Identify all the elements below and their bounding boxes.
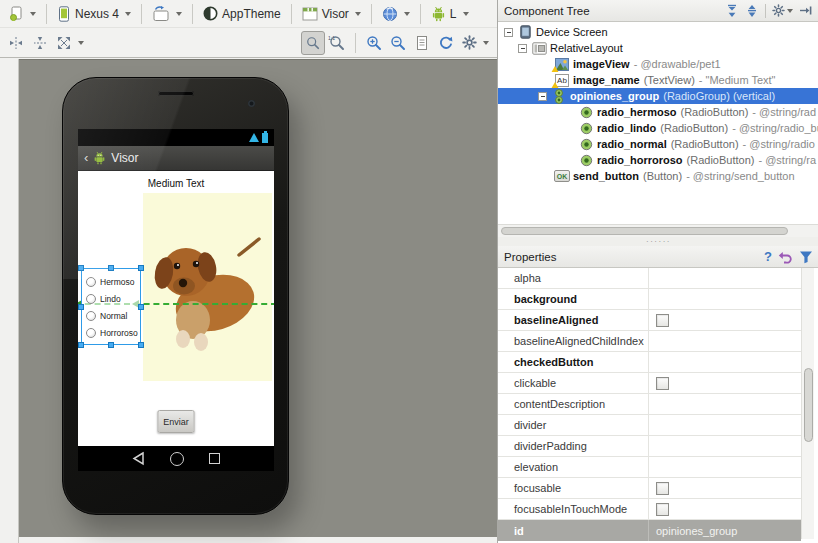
radiobutton-lindo[interactable]: Lindo <box>86 290 140 307</box>
refresh-button[interactable] <box>434 31 458 55</box>
selection-handle[interactable] <box>78 304 84 310</box>
activity-selector[interactable]: Visor <box>298 2 365 26</box>
property-name: checkedButton <box>498 352 649 372</box>
device-selector[interactable]: Nexus 4 <box>53 2 135 26</box>
properties-vertical-scrollbar[interactable] <box>801 268 814 539</box>
configuration-icon <box>8 6 24 22</box>
tree-item-device-screen[interactable]: Device Screen <box>498 24 818 40</box>
property-row-divider[interactable]: divider <box>498 415 801 436</box>
orientation-button[interactable] <box>148 2 186 26</box>
tree-horizontal-scrollbar[interactable] <box>498 224 818 237</box>
button-send[interactable]: Enviar <box>158 410 195 433</box>
collapse-toggle-icon[interactable] <box>538 92 547 101</box>
property-row-id[interactable]: idopiniones_group <box>498 520 801 541</box>
expand-all-icon[interactable] <box>725 4 739 18</box>
tree-item-radio-horroroso[interactable]: radio_horroroso (RadioButton) - @string/… <box>498 152 818 168</box>
zoom-to-fit-button[interactable] <box>301 31 325 55</box>
layout-content[interactable]: Medium Text <box>78 171 274 446</box>
property-value[interactable] <box>649 415 801 435</box>
tree-item-opiniones-group[interactable]: opiniones_group (RadioGroup) (vertical) <box>498 88 818 104</box>
checkbox[interactable] <box>656 503 669 516</box>
selection-handle[interactable] <box>138 342 144 348</box>
property-row-background[interactable]: background <box>498 289 801 310</box>
filter-icon[interactable] <box>799 250 813 264</box>
api-version-selector[interactable]: L <box>427 2 473 26</box>
radio-circle-icon[interactable] <box>86 294 96 304</box>
tree-item-radio-normal[interactable]: radio_normal (RadioButton) - @string/rad… <box>498 136 818 152</box>
center-horizontal-button[interactable] <box>4 31 28 55</box>
tree-item-radio-lindo[interactable]: radio_lindo (RadioButton) - @string/radi… <box>498 120 818 136</box>
property-row-baselinealigned[interactable]: baselineAligned <box>498 310 801 331</box>
selection-handle[interactable] <box>138 265 144 271</box>
expand-to-fit-button[interactable] <box>52 31 88 55</box>
selection-handle[interactable] <box>78 342 84 348</box>
preview-document-button[interactable] <box>410 31 434 55</box>
property-value[interactable] <box>649 499 801 519</box>
tree-item-radio-hermoso[interactable]: radio_hermoso (RadioButton) - @string/ra… <box>498 104 818 120</box>
selection-handle[interactable] <box>78 265 84 271</box>
tree-item-imageview[interactable]: imageView - @drawable/pet1 <box>498 56 818 72</box>
property-value[interactable] <box>649 457 801 477</box>
property-row-contentdescription[interactable]: contentDescription <box>498 394 801 415</box>
tree-item-value: - @drawable/pet1 <box>634 58 721 70</box>
designer-settings-button[interactable] <box>458 31 493 55</box>
radio-circle-icon[interactable] <box>86 277 96 287</box>
property-value[interactable] <box>649 436 801 456</box>
tree-settings-gear-icon[interactable] <box>772 4 793 17</box>
property-row-elevation[interactable]: elevation <box>498 457 801 478</box>
restore-defaults-icon[interactable] <box>778 250 793 264</box>
property-value[interactable] <box>649 268 801 288</box>
configuration-button[interactable] <box>4 2 40 26</box>
property-row-dividerpadding[interactable]: dividerPadding <box>498 436 801 457</box>
tree-item-label: opiniones_group <box>570 90 659 102</box>
radiobutton-hermoso[interactable]: Hermoso <box>86 273 140 290</box>
property-value[interactable] <box>649 373 801 393</box>
textview-image-name[interactable]: Medium Text <box>78 178 274 189</box>
selection-handle[interactable] <box>138 304 144 310</box>
help-icon[interactable]: ? <box>764 249 772 264</box>
radio-circle-icon[interactable] <box>86 311 96 321</box>
zoom-in-button[interactable] <box>362 31 386 55</box>
design-canvas[interactable]: ‹ Visor Medium Text <box>19 59 497 537</box>
theme-selector[interactable]: AppTheme <box>199 2 285 26</box>
property-row-baselinealignedchildindex[interactable]: baselineAlignedChildIndex <box>498 331 801 352</box>
zoom-actual-size-button[interactable]: 1:1 <box>325 31 349 55</box>
property-row-checkedbutton[interactable]: checkedButton <box>498 352 801 373</box>
property-row-focusable[interactable]: focusable <box>498 478 801 499</box>
tree-item-image-name[interactable]: Ab image_name (TextView) - "Medium Text" <box>498 72 818 88</box>
scrollbar-thumb[interactable] <box>804 368 813 442</box>
radiobutton-horroroso[interactable]: Horroroso <box>86 324 140 341</box>
radio-circle-icon[interactable] <box>86 328 96 338</box>
selection-handle[interactable] <box>108 342 114 348</box>
device-screen[interactable]: ‹ Visor Medium Text <box>78 129 274 471</box>
collapse-all-icon[interactable] <box>745 4 759 18</box>
collapse-toggle-icon[interactable] <box>504 28 513 37</box>
panel-splitter[interactable]: ······ <box>498 237 818 246</box>
checkbox[interactable] <box>656 314 669 327</box>
locale-selector[interactable] <box>378 2 414 26</box>
zoom-out-button[interactable] <box>386 31 410 55</box>
scrollbar-thumb[interactable] <box>501 227 788 235</box>
checkbox[interactable] <box>656 482 669 495</box>
property-value[interactable] <box>649 478 801 498</box>
imageview-pet1[interactable] <box>143 193 272 381</box>
property-row-focusableintouchmode[interactable]: focusableInTouchMode <box>498 499 801 520</box>
radiogroup-opiniones[interactable]: Hermoso Lindo Normal Horroroso <box>81 268 141 345</box>
selection-handle[interactable] <box>108 265 114 271</box>
collapse-toggle-icon[interactable] <box>518 44 527 53</box>
property-value[interactable]: opiniones_group <box>649 520 801 541</box>
checkbox[interactable] <box>656 377 669 390</box>
property-row-alpha[interactable]: alpha <box>498 268 801 289</box>
tree-item-send-button[interactable]: OK send_button (Button) - @string/send_b… <box>498 168 818 184</box>
center-vertical-button[interactable] <box>28 31 52 55</box>
tree-item-label: send_button <box>573 170 639 182</box>
hide-panel-icon[interactable] <box>799 4 812 17</box>
property-value[interactable] <box>649 289 801 309</box>
property-value[interactable] <box>649 394 801 414</box>
radiobutton-normal[interactable]: Normal <box>86 307 140 324</box>
property-value[interactable] <box>649 310 801 330</box>
property-value[interactable] <box>649 331 801 351</box>
tree-item-relativelayout[interactable]: RelativeLayout <box>498 40 818 56</box>
property-row-clickable[interactable]: clickable <box>498 373 801 394</box>
property-value[interactable] <box>649 352 801 372</box>
